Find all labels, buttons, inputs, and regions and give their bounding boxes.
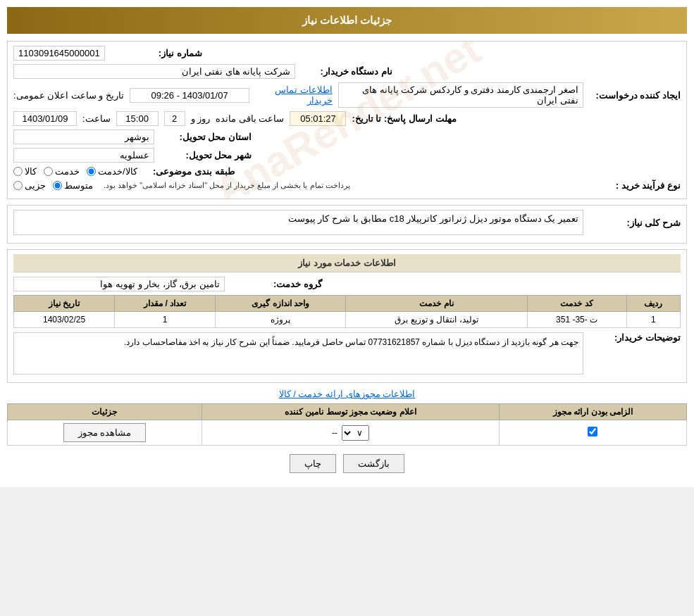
need-description-section: شرح کلی نیاز: تعمیر یک دستگاه موتور دیزل… [7,205,687,244]
cell-unit: پروژه [216,312,346,328]
category-option-kala-khedmat[interactable]: کالا/خدمت [87,166,137,177]
category-row: طبقه بندی موضوعی: کالا/خدمت خدمت کالا [13,166,681,177]
buyer-org-label: نام دستگاه خریدار: [301,66,392,77]
creator-label: ایجاد کننده درخواست: [589,90,681,101]
buyer-org-value: شرکت پایانه های نفتی ایران [13,64,295,79]
general-desc-label: شرح کلی نیاز: [589,218,681,228]
cell-qty: 1 [115,312,216,328]
license-status-value: -- [332,428,337,438]
creator-announce-row: ایجاد کننده درخواست: اصغر ارجمندی کارمند… [13,82,681,108]
service-group-label: گروه خدمت: [230,279,322,289]
response-deadline-row: مهلت ارسال پاسخ: تا تاریخ: 05:01:27 ساعت… [13,111,681,126]
service-group-row: گروه خدمت: تامین برق، گاز، بخار و تهویه … [13,277,681,291]
cell-code: ت -35- 351 [527,312,626,328]
license-status-select[interactable]: ∨ [342,425,369,441]
license-status-cell: ∨ -- [202,420,499,446]
general-desc-row: شرح کلی نیاز: تعمیر یک دستگاه موتور دیزل… [13,210,681,235]
response-deadline-label: مهلت ارسال پاسخ: تا تاریخ: [352,113,456,124]
response-time-label: ساعت: [82,113,111,124]
response-remaining-value: 05:01:27 [290,111,346,126]
process-motavasset-label: متوسط [64,180,93,191]
announce-value: 1403/01/07 - 09:26 [130,88,249,103]
category-khedmat-radio[interactable] [44,167,53,176]
response-time-value: 15:00 [116,111,159,126]
buyer-notes-row: توضیحات خریدار: جهت هر گونه بازدید از دس… [13,332,681,375]
view-license-button[interactable]: مشاهده مجوز [63,423,147,442]
col-header-code: کد خدمت [527,296,626,312]
buyer-notes-label: توضیحات خریدار: [589,332,681,343]
page-wrapper: جزئیات اطلاعات نیاز AnaRender.net شماره … [0,0,694,487]
licenses-table: الزامی بودن ارائه مجوز اعلام وضعیت مجوز … [7,403,687,446]
category-khedmat-label: خدمت [55,166,80,177]
process-option-motavasset[interactable]: متوسط [53,180,93,191]
category-label: طبقه بندی موضوعی: [143,166,235,177]
col-header-date: تاریخ نیاز [14,296,115,312]
process-jozyi-radio[interactable] [13,181,23,190]
services-section-title: اطلاعات خدمات مورد نیاز [13,254,681,272]
cell-row-num: 1 [626,312,680,328]
general-desc-value: تعمیر یک دستگاه موتور دیزل ژنراتور کاترپ… [13,210,583,235]
services-table: ردیف کد خدمت نام خدمت واحد اندازه گیری ت… [13,295,681,328]
license-row: ∨ -- مشاهده مجوز [8,420,687,446]
category-option-khedmat[interactable]: خدمت [44,166,80,177]
licenses-section-title[interactable]: اطلاعات مجوزهای ارائه خدمت / کالا [7,389,687,399]
col-header-status: اعلام وضعیت مجوز توسط نامین کننده [202,404,499,420]
city-label: شهر محل تحویل: [160,150,252,161]
response-days-value: 2 [164,111,185,126]
cell-date: 1403/02/25 [14,312,115,328]
need-number-label: شماره نیاز: [111,48,202,58]
col-header-unit: واحد اندازه گیری [216,296,346,312]
need-number-value: 1103091645000001 [13,46,105,61]
bottom-buttons: بازگشت چاپ [7,454,687,473]
category-radio-group: کالا/خدمت خدمت کالا [13,166,137,177]
contact-link[interactable]: اطلاعات تماس خریدار [255,84,333,106]
response-date-value: 1403/01/09 [13,111,77,126]
province-label: استان محل تحویل: [160,132,252,142]
process-motavasset-radio[interactable] [53,181,62,190]
process-label: نوع فرآیند خرید : [589,180,681,191]
process-row: نوع فرآیند خرید : پرداخت تمام یا بخشی از… [13,180,681,191]
back-button[interactable]: بازگشت [343,454,404,473]
table-row: 1 ت -35- 351 تولید، انتقال و توزیع برق پ… [14,312,681,328]
category-kala-radio[interactable] [13,167,23,176]
col-header-row: ردیف [626,296,680,312]
license-details-cell: مشاهده مجوز [8,420,202,446]
category-option-kala[interactable]: کالا [13,166,37,177]
response-remaining-label: ساعت باقی مانده [216,113,284,124]
license-required-checkbox[interactable] [588,427,597,436]
main-section: AnaRender.net شماره نیاز: 11030916450000… [7,41,687,199]
services-section: اطلاعات خدمات مورد نیاز گروه خدمت: تامین… [7,249,687,383]
response-days-label: روز و [191,113,211,124]
print-button[interactable]: چاپ [290,454,336,473]
creator-value: اصغر ارجمندی کارمند دفتری و کاردکس شرکت … [338,82,583,108]
process-jozyi-label: جزیی [25,180,46,191]
buyer-notes-value: جهت هر گونه بازدید از دستگاه دیزل با شما… [13,332,583,375]
province-row: استان محل تحویل: بوشهر [13,130,681,144]
province-value: بوشهر [13,130,154,144]
col-header-qty: تعداد / مقدار [115,296,216,312]
cell-service-name: تولید، انتقال و توزیع برق [346,312,527,328]
buyer-org-row: نام دستگاه خریدار: شرکت پایانه های نفتی … [13,64,681,79]
col-header-name: نام خدمت [346,296,527,312]
license-required-cell [499,420,686,446]
process-radio-group: متوسط جزیی [13,180,93,191]
process-option-jozyi[interactable]: جزیی [13,180,46,191]
category-kala-khedmat-radio[interactable] [87,167,96,176]
announce-label: تاریخ و ساعت اعلان عمومی: [13,90,124,101]
licenses-section: اطلاعات مجوزهای ارائه خدمت / کالا الزامی… [7,389,687,446]
process-note: پرداخت تمام یا بخشی از مبلغ خریدار از مح… [104,181,350,190]
col-header-details: جزئیات [8,404,202,420]
col-header-required: الزامی بودن ارائه مجوز [499,404,686,420]
category-kala-label: کالا [25,166,37,177]
city-row: شهر محل تحویل: عسلویه [13,148,681,163]
city-value: عسلویه [13,148,154,163]
service-group-value: تامین برق، گاز، بخار و تهویه هوا [13,277,225,291]
category-kala-khedmat-label: کالا/خدمت [98,166,137,177]
need-number-row: شماره نیاز: 1103091645000001 [13,46,681,61]
page-title: جزئیات اطلاعات نیاز [7,7,687,34]
